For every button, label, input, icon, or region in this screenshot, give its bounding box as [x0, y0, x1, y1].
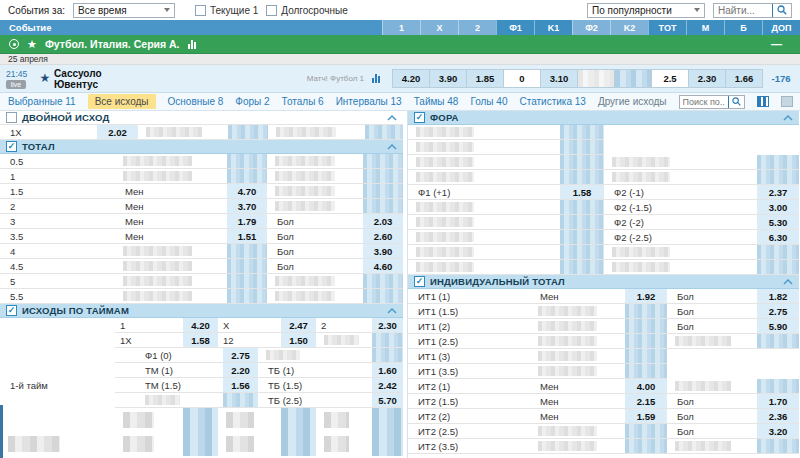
- odds-value-cell[interactable]: 3.00: [757, 200, 799, 215]
- section-checkbox[interactable]: [6, 141, 17, 152]
- odds-value-cell[interactable]: 5.70: [372, 393, 403, 408]
- tab-Таймы 48[interactable]: Таймы 48: [414, 96, 459, 107]
- blurred-odds-cell[interactable]: [227, 274, 267, 289]
- tab-Тоталы 6[interactable]: Тоталы 6: [282, 96, 324, 107]
- odds-value-cell[interactable]: 3.90: [363, 244, 403, 259]
- odds-value-cell[interactable]: 2.75: [757, 304, 799, 319]
- blurred-odds-cell[interactable]: [560, 245, 604, 260]
- blurred-odds-cell[interactable]: [560, 125, 604, 140]
- sort-select[interactable]: По популярности: [587, 3, 705, 18]
- odds-value-cell[interactable]: 2.36: [757, 409, 799, 424]
- two-column-view-icon[interactable]: [757, 96, 769, 107]
- odds-value-cell[interactable]: 2.37: [757, 185, 799, 200]
- odds-value-cell[interactable]: 2.75: [223, 348, 258, 363]
- tab-Форы 2[interactable]: Форы 2: [235, 96, 269, 107]
- blurred-odds-cell[interactable]: [625, 364, 667, 379]
- blurred-odds-cell[interactable]: [560, 155, 604, 170]
- odds-value-cell[interactable]: 6.30: [757, 230, 799, 245]
- odds-value-cell[interactable]: 2.15: [625, 394, 667, 409]
- single-column-view-icon[interactable]: [781, 96, 793, 107]
- odds-value-cell[interactable]: 2.47: [281, 318, 316, 333]
- column-header-Б[interactable]: Б: [724, 20, 762, 35]
- odds-value-cell[interactable]: 5.90: [757, 319, 799, 334]
- blurred-odds-cell[interactable]: [228, 125, 268, 140]
- tab-Голы 40[interactable]: Голы 40: [470, 96, 507, 107]
- odds-value-cell[interactable]: 1.70: [757, 394, 799, 409]
- odds-value-cell[interactable]: 2.03: [363, 214, 403, 229]
- blurred-odds-cell[interactable]: [281, 408, 316, 432]
- blurred-odds-cell[interactable]: [365, 125, 403, 140]
- odds-value-cell[interactable]: 5.30: [757, 215, 799, 230]
- blurred-odds-cell[interactable]: [625, 349, 667, 364]
- odds-value-cell[interactable]: 1.82: [757, 289, 799, 304]
- tab-Все исходы[interactable]: Все исходы: [88, 94, 156, 109]
- collapse-league-button[interactable]: —: [771, 38, 782, 50]
- longterm-events-checkbox[interactable]: Долгосрочные: [266, 5, 347, 16]
- blurred-odds-cell[interactable]: [281, 432, 316, 456]
- odds-value-cell[interactable]: 4.60: [363, 259, 403, 274]
- column-header-М[interactable]: М: [686, 20, 724, 35]
- blurred-odds-cell[interactable]: [625, 424, 667, 439]
- league-row[interactable]: ★ Футбол. Италия. Серия А. —: [0, 35, 800, 54]
- blurred-odds-cell[interactable]: [757, 155, 799, 170]
- odds-value-cell[interactable]: 1.92: [625, 289, 667, 304]
- blurred-odds-cell[interactable]: [372, 432, 403, 456]
- odds-value-cell[interactable]: 1.51: [227, 229, 267, 244]
- blurred-odds-cell[interactable]: [560, 200, 604, 215]
- odds-cell[interactable]: 4.20: [392, 69, 430, 88]
- other-markets-link[interactable]: Другие исходы: [598, 96, 667, 107]
- column-header-ТОТ[interactable]: ТОТ: [648, 20, 686, 35]
- blurred-odds-cell[interactable]: [372, 333, 403, 348]
- blurred-odds-cell[interactable]: [363, 169, 403, 184]
- odds-value-cell[interactable]: 1.50: [281, 333, 316, 348]
- odds-cell[interactable]: 1.66: [725, 69, 763, 88]
- odds-value-cell[interactable]: 3.70: [227, 199, 267, 214]
- section-checkbox[interactable]: [414, 112, 425, 123]
- blurred-odds-cell[interactable]: [560, 140, 604, 155]
- market-search-button[interactable]: [728, 96, 744, 108]
- column-header-Ф1[interactable]: Ф1: [496, 20, 534, 35]
- market-search-input[interactable]: [680, 97, 728, 107]
- blurred-odds-cell[interactable]: [363, 154, 403, 169]
- collapse-section-button[interactable]: [387, 115, 397, 121]
- collapse-section-button[interactable]: [387, 144, 397, 150]
- odds-value-cell[interactable]: 2.02: [97, 125, 138, 140]
- tab-Выбранные 11[interactable]: Выбранные 11: [8, 96, 76, 107]
- blurred-odds-cell[interactable]: [223, 393, 258, 408]
- blurred-odds-cell[interactable]: [227, 244, 267, 259]
- odds-value-cell[interactable]: 1.59: [625, 409, 667, 424]
- blurred-odds-cell[interactable]: [625, 304, 667, 319]
- blurred-odds-cell[interactable]: [757, 334, 799, 349]
- blurred-odds-cell[interactable]: [757, 260, 799, 275]
- odds-value-cell[interactable]: 1.56: [223, 378, 258, 393]
- odds-value-cell[interactable]: 2.20: [223, 363, 258, 378]
- blurred-odds-cell[interactable]: [625, 319, 667, 334]
- blurred-odds-cell[interactable]: [227, 169, 267, 184]
- blurred-odds-cell[interactable]: [560, 260, 604, 275]
- odds-cell[interactable]: 2.30: [688, 69, 726, 88]
- odds-cell[interactable]: 1.85: [466, 69, 504, 88]
- blurred-odds-cell[interactable]: [577, 69, 615, 88]
- blurred-odds-cell[interactable]: [625, 439, 667, 454]
- blurred-odds-cell[interactable]: [372, 408, 403, 432]
- tab-Статистика 13[interactable]: Статистика 13: [519, 96, 585, 107]
- odds-value-cell[interactable]: 3.20: [757, 424, 799, 439]
- blurred-odds-cell[interactable]: [363, 289, 403, 304]
- odds-cell[interactable]: 2.5: [651, 69, 689, 88]
- odds-value-cell[interactable]: 1.58: [560, 185, 604, 200]
- column-header-1[interactable]: 1: [382, 20, 420, 35]
- blurred-odds-cell[interactable]: [183, 408, 218, 432]
- blurred-odds-cell[interactable]: [363, 184, 403, 199]
- blurred-odds-cell[interactable]: [183, 432, 218, 456]
- blurred-odds-cell[interactable]: [227, 154, 267, 169]
- odds-cell[interactable]: 3.10: [540, 69, 578, 88]
- blurred-odds-cell[interactable]: [560, 215, 604, 230]
- blurred-odds-cell[interactable]: [757, 170, 799, 185]
- odds-value-cell[interactable]: 4.70: [227, 184, 267, 199]
- odds-value-cell[interactable]: 2.42: [372, 378, 403, 393]
- odds-cell[interactable]: 3.90: [429, 69, 467, 88]
- tab-Основные 8[interactable]: Основные 8: [168, 96, 224, 107]
- section-checkbox[interactable]: [6, 112, 17, 123]
- blurred-odds-cell[interactable]: [560, 170, 604, 185]
- odds-value-cell[interactable]: 1.60: [372, 363, 403, 378]
